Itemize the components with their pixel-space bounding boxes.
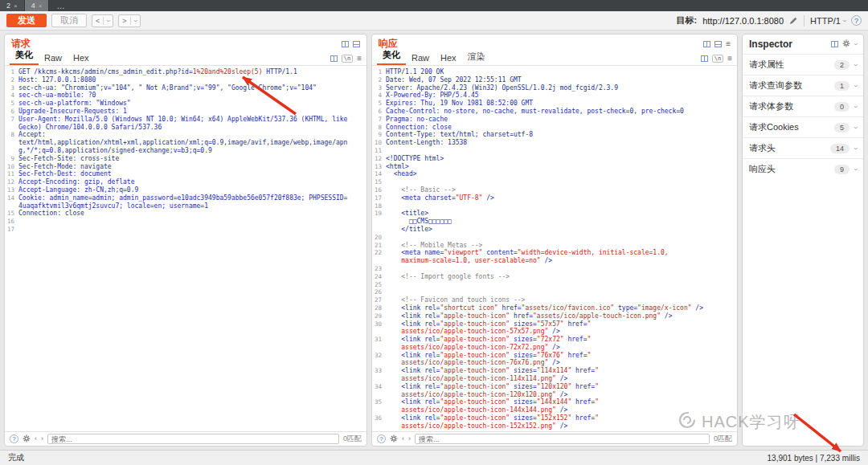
request-search-bar: ? ‹ › 0匹配	[5, 431, 366, 446]
split-horizontal-icon[interactable]	[714, 41, 722, 47]
editor-line: 3Server: Apache/2.4.23 (Win32) OpenSSL/1…	[372, 84, 734, 92]
inspector-section-cookies[interactable]: 请求Cookies 5 ›	[743, 116, 863, 137]
chevron-down-icon: ›	[852, 168, 860, 170]
editor-line: 34 <link rel="apple-touch-icon" sizes="1…	[372, 383, 734, 391]
collapse-icon[interactable]: ›	[852, 43, 860, 46]
help-icon[interactable]: ?	[377, 434, 386, 443]
tab-hex[interactable]: Hex	[435, 53, 462, 65]
editor-line: 10Content-Length: 13538	[372, 139, 734, 147]
editor-line: 3sec-ch-ua: "Chromium";v="104", " Not A;…	[5, 84, 363, 92]
editor-line: 13<html>	[372, 163, 734, 171]
repeater-tab-4[interactable]: 4 ×	[25, 0, 50, 11]
layout-icon[interactable]	[330, 55, 338, 62]
tab-pretty[interactable]: 美化	[377, 49, 406, 65]
show-newlines-icon[interactable]: \n	[342, 55, 353, 63]
target-url: http://127.0.0.1:8080	[702, 16, 784, 26]
inspector-section-request-headers[interactable]: 请求头 14 ›	[743, 137, 863, 158]
send-button[interactable]: 发送	[6, 14, 47, 27]
close-icon[interactable]: ×	[39, 2, 43, 10]
layout-icon[interactable]	[831, 41, 838, 47]
panel-menu-icon[interactable]: ≡	[726, 40, 731, 48]
response-editor[interactable]: 1HTTP/1.1 200 OK2Date: Wed, 07 Sep 2022 …	[372, 66, 737, 431]
editor-line: 5Expires: Thu, 19 Nov 1981 08:52:00 GMT	[372, 100, 734, 108]
editor-menu-icon[interactable]: ≡	[727, 55, 732, 63]
editor-line: </title>	[372, 226, 734, 234]
show-newlines-icon[interactable]: \n	[712, 55, 723, 63]
tab-render[interactable]: 渲染	[462, 51, 491, 65]
repeater-tab-2[interactable]: 2 ×	[0, 0, 25, 11]
http-version-selector[interactable]: HTTP/1 ›	[810, 16, 845, 26]
main-content: 请求 美化 Raw Hex \n ≡ 1GET /kkcms-kkcms/adm…	[0, 31, 868, 450]
editor-line: 8Connection: close	[372, 124, 734, 132]
editor-line: 9Content-Type: text/html; charset=utf-8	[372, 131, 734, 139]
tab-hex[interactable]: Hex	[68, 53, 95, 65]
editor-menu-icon[interactable]: ≡	[357, 55, 362, 63]
editor-line: assets/ico/apple-touch-icon-114x114.png"…	[372, 375, 734, 383]
editor-line: assets/ico/apple-touch-icon-120x120.png"…	[372, 391, 734, 399]
editor-line: 31 <link rel="apple-touch-icon" sizes="7…	[372, 336, 734, 344]
editor-line: 22 <meta name="viewport" content="width=…	[372, 249, 734, 257]
previous-match-icon[interactable]: ‹	[402, 435, 404, 443]
editor-line: assets/ico/apple-touch-icon-57x57.png" /…	[372, 328, 734, 336]
previous-match-icon[interactable]: ‹	[35, 435, 37, 443]
editor-line: assets/ico/apple-touch-icon-144x144.png"…	[372, 406, 734, 414]
request-panel-header: 请求	[5, 35, 366, 51]
request-editor[interactable]: 1GET /kkcms-kkcms/admin/cms_admin_edit.p…	[5, 66, 366, 431]
edit-target-icon[interactable]	[789, 14, 798, 28]
history-back-button[interactable]: < ›	[92, 14, 113, 27]
editor-line: 16 <!-- Basic -->	[372, 186, 734, 194]
response-editor-tabs: 美化 Raw Hex 渲染 \n ≡	[372, 51, 737, 66]
count-badge: 5	[834, 123, 850, 133]
forward-arrow-icon[interactable]: >	[119, 17, 129, 25]
split-vertical-icon[interactable]	[703, 41, 710, 47]
inspector-section-query-params[interactable]: 请求查询参数 1 ›	[743, 75, 863, 96]
close-icon[interactable]: ×	[14, 2, 18, 10]
inspector-section-body-params[interactable]: 请求体参数 0 ›	[743, 96, 863, 116]
search-input[interactable]	[415, 434, 710, 444]
match-count: 0匹配	[714, 434, 732, 444]
editor-line: 16	[5, 218, 363, 226]
editor-line: 1HTTP/1.1 200 OK	[372, 68, 734, 76]
editor-line: 26	[372, 288, 734, 296]
split-vertical-icon[interactable]	[342, 41, 349, 47]
editor-line: text/html,application/xhtml+xml,applicat…	[5, 139, 363, 147]
tab-label: 4	[31, 2, 35, 10]
help-icon[interactable]: ?	[10, 434, 18, 443]
tab-pretty[interactable]: 美化	[10, 49, 39, 65]
editor-line: 21 <!-- Mobile Metas -->	[372, 242, 734, 250]
history-forward-button[interactable]: > ›	[118, 14, 140, 27]
tabs-overflow-icon[interactable]: …	[49, 0, 72, 11]
status-metrics: 13,901 bytes | 7,233 millis	[768, 454, 860, 463]
tab-raw[interactable]: Raw	[39, 53, 68, 65]
gear-icon[interactable]	[842, 39, 850, 49]
response-search-bar: ? ‹ › 0匹配	[372, 431, 737, 446]
split-horizontal-icon[interactable]	[353, 41, 360, 47]
inspector-title: Inspector	[749, 39, 792, 50]
editor-line: 12<!DOCTYPE html>	[372, 155, 734, 163]
gear-icon[interactable]	[390, 434, 398, 444]
layout-icon[interactable]	[701, 55, 708, 62]
editor-line: 14Cookie: admin_name=admin; admin_passwo…	[5, 194, 363, 202]
inspector-section-request-attributes[interactable]: 请求属性 2 ›	[743, 54, 863, 75]
back-history-dropdown[interactable]: ›	[103, 17, 113, 25]
count-badge: 1	[834, 81, 850, 91]
gear-icon[interactable]	[23, 434, 31, 444]
back-arrow-icon[interactable]: <	[92, 17, 103, 25]
repeater-toolbar: 发送 取消 < › > › 目标: http://127.0.0.1:8080 …	[0, 11, 868, 31]
help-icon[interactable]: ?	[851, 15, 862, 26]
search-input[interactable]	[47, 434, 339, 444]
target-bar: 目标: http://127.0.0.1:8080 HTTP/1 › ?	[677, 14, 862, 28]
editor-line: 6Upgrade-Insecure-Requests: 1	[5, 108, 363, 116]
editor-line: 6Cache-Control: no-store, no-cache, must…	[372, 108, 734, 116]
response-panel: 响应 ≡ 美化 Raw Hex 渲染 \n ≡ 1HTTP/1.1 200 OK…	[371, 34, 738, 447]
tab-raw[interactable]: Raw	[406, 53, 435, 65]
forward-history-dropdown[interactable]: ›	[130, 17, 140, 25]
next-match-icon[interactable]: ›	[408, 435, 411, 443]
inspector-section-response-headers[interactable]: 响应头 9 ›	[743, 158, 863, 179]
editor-line: 9Sec-Fetch-Site: cross-site	[5, 155, 363, 163]
chevron-down-icon: ›	[852, 105, 860, 108]
editor-line: 35 <link rel="apple-touch-icon" sizes="1…	[372, 398, 734, 406]
next-match-icon[interactable]: ›	[41, 435, 43, 443]
editor-line: 12Accept-Encoding: gzip, deflate	[5, 178, 363, 186]
cancel-button[interactable]: 取消	[51, 14, 87, 27]
